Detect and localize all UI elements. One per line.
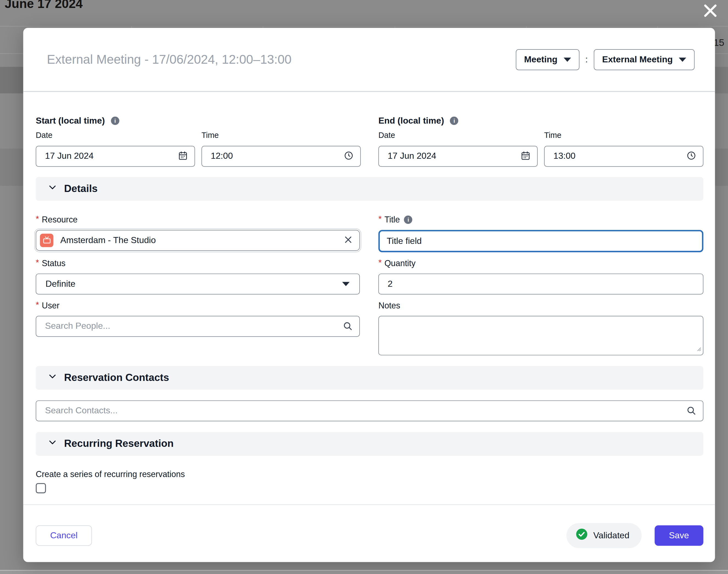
notes-label: Notes: [378, 301, 400, 311]
recurring-checkbox[interactable]: [36, 483, 46, 493]
quantity-input[interactable]: [379, 279, 703, 289]
required-asterisk: *: [378, 214, 382, 224]
header-divider: [23, 91, 715, 92]
chevron-down-icon: [48, 438, 57, 450]
title-label: Title: [384, 215, 400, 224]
notes-textarea[interactable]: [379, 316, 703, 355]
contacts-search-field: [36, 400, 703, 421]
start-label: Start (local time): [36, 115, 105, 125]
resource-clear-button[interactable]: [344, 235, 353, 246]
start-time-label: Time: [202, 131, 361, 140]
user-label: User: [42, 301, 59, 311]
quantity-label: Quantity: [384, 258, 415, 268]
contacts-section-header[interactable]: Reservation Contacts: [36, 366, 703, 390]
backdrop-date-title: June 17 2024: [5, 0, 83, 11]
save-button[interactable]: Save: [654, 525, 703, 545]
contacts-section-label: Reservation Contacts: [64, 372, 169, 384]
notes-field: [378, 316, 703, 355]
quantity-label-row: * Quantity: [378, 258, 703, 268]
user-search-field: [36, 316, 360, 336]
end-time-picker-button[interactable]: [686, 150, 696, 162]
start-time-picker-button[interactable]: [344, 150, 354, 162]
modal-footer: Cancel Validated Save: [23, 505, 715, 562]
contacts-search-input[interactable]: [36, 406, 686, 416]
booking-type-value: Meeting: [524, 54, 557, 65]
resource-combobox[interactable]: Amsterdam - The Studio: [36, 230, 360, 250]
info-icon[interactable]: i: [450, 117, 459, 125]
title-label-row: * Title i: [378, 215, 703, 224]
reservation-title-input[interactable]: [46, 52, 516, 67]
title-input[interactable]: [380, 236, 702, 246]
status-value: Definite: [46, 279, 76, 289]
chevron-down-icon: [48, 182, 57, 195]
resource-value: Amsterdam - The Studio: [60, 235, 337, 245]
resource-label-row: * Resource: [36, 215, 360, 224]
modal-header: Meeting : External Meeting: [23, 28, 715, 91]
status-label: Status: [42, 258, 65, 268]
datetime-section: Start (local time) i Date: [36, 115, 703, 166]
resource-label: Resource: [42, 215, 77, 224]
validated-label: Validated: [593, 530, 630, 540]
backdrop-day-number: 15: [714, 37, 724, 48]
info-icon[interactable]: i: [404, 216, 412, 224]
start-date-input[interactable]: [36, 151, 178, 161]
caret-down-icon: [679, 57, 686, 62]
backdrop-gridline: [0, 26, 728, 27]
end-group: End (local time) i Date: [378, 115, 703, 166]
type-separator: :: [585, 54, 588, 65]
caret-down-icon: [564, 57, 571, 62]
end-date-input[interactable]: [379, 151, 520, 161]
start-date-label: Date: [36, 131, 195, 140]
info-icon[interactable]: i: [111, 117, 119, 125]
cancel-button[interactable]: Cancel: [36, 525, 92, 545]
booking-type-dropdown[interactable]: Meeting: [516, 49, 579, 70]
user-search-input[interactable]: [36, 321, 343, 331]
end-time-field: [544, 146, 703, 166]
calendar-icon: [178, 150, 188, 162]
recurring-section-label: Recurring Reservation: [64, 438, 173, 450]
clock-icon: [344, 150, 354, 162]
title-field: [378, 230, 703, 252]
end-date-picker-button[interactable]: [520, 150, 530, 162]
required-asterisk: *: [378, 258, 382, 268]
notes-label-row: Notes: [378, 301, 703, 311]
x-icon: [344, 235, 353, 246]
reservation-modal: Meeting : External Meeting Start (local …: [23, 28, 715, 562]
backdrop-row-band: [0, 571, 728, 574]
recurring-checkbox-label: Create a series of recurring reservation…: [36, 469, 703, 479]
start-time-input[interactable]: [202, 151, 344, 161]
user-label-row: * User: [36, 301, 360, 311]
event-type-value: External Meeting: [602, 54, 673, 65]
end-time-label: Time: [544, 131, 703, 140]
resource-tv-icon: [40, 234, 53, 247]
search-icon: [343, 321, 353, 331]
quantity-field: [378, 273, 703, 294]
end-label-row: End (local time) i: [378, 115, 703, 125]
event-type-dropdown[interactable]: External Meeting: [594, 49, 694, 70]
end-time-input[interactable]: [545, 151, 686, 161]
status-label-row: * Status: [36, 258, 360, 268]
calendar-icon: [520, 150, 530, 162]
status-select[interactable]: Definite: [36, 273, 360, 294]
clock-icon: [686, 150, 696, 162]
start-date-field: [36, 146, 195, 166]
validated-badge: Validated: [566, 523, 642, 548]
close-icon: [702, 2, 719, 20]
close-button[interactable]: [700, 1, 720, 21]
end-label: End (local time): [378, 115, 444, 125]
chevron-down-icon: [48, 372, 57, 384]
end-date-field: [378, 146, 538, 166]
details-section-header[interactable]: Details: [36, 177, 703, 201]
footer-right: Validated Save: [566, 523, 703, 548]
start-label-row: Start (local time) i: [36, 115, 361, 125]
start-time-field: [202, 146, 361, 166]
start-date-picker-button[interactable]: [178, 150, 188, 162]
end-date-label: Date: [378, 131, 538, 140]
recurring-section-header[interactable]: Recurring Reservation: [36, 432, 703, 455]
screen: June 17 2024 15 Meeting : External Meeti…: [0, 0, 728, 574]
caret-down-icon: [342, 282, 349, 286]
search-icon: [686, 406, 696, 416]
required-asterisk: *: [36, 300, 39, 310]
resize-grip-icon[interactable]: [695, 345, 702, 353]
modal-body: Start (local time) i Date: [23, 115, 715, 504]
